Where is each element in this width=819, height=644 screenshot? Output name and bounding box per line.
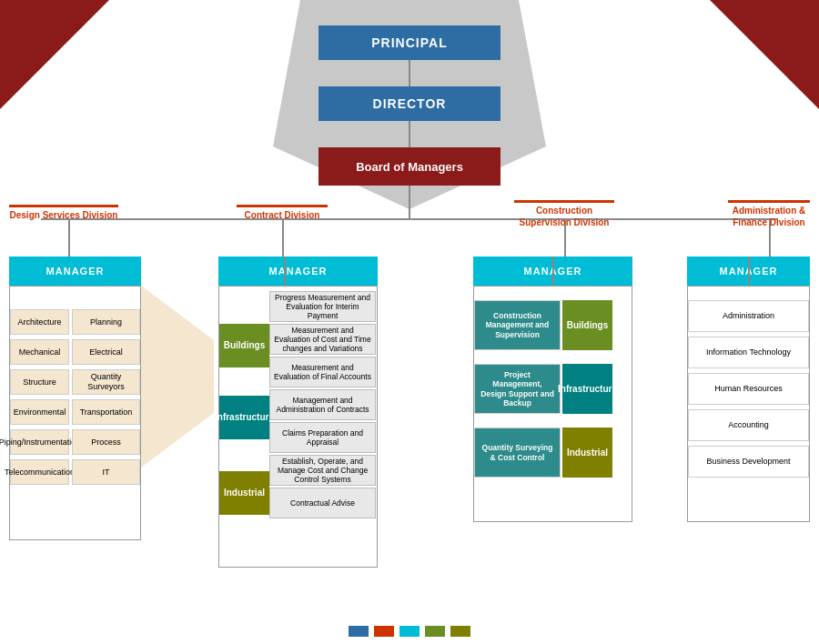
contract-item-1: Progress Measurement and Evaluation for …: [269, 291, 376, 322]
top-left-decoration: [0, 0, 109, 109]
design-item-struct: Structure: [10, 369, 69, 395]
legend-item-2: [374, 626, 394, 637]
design-item-trans: Transportation: [72, 399, 140, 425]
connector-d-b: [409, 121, 410, 147]
v-connector-construction: [552, 257, 554, 286]
principal-box: PRINCIPAL: [318, 25, 500, 60]
legend-item-4: [425, 626, 445, 637]
connector-board-h: [409, 186, 410, 218]
legend-bar: [349, 626, 470, 637]
director-label: DIRECTOR: [373, 96, 447, 111]
admin-item-1: Administration: [688, 300, 809, 332]
construction-buildings: Buildings: [562, 300, 612, 350]
admin-division-label: Administration &Finance Division: [728, 200, 810, 228]
design-item-it: IT: [72, 459, 140, 485]
design-item-arch: Architecture: [10, 309, 69, 335]
legend-color-4: [425, 626, 445, 637]
contract-item-4: Management and Administration of Contrac…: [269, 389, 376, 420]
contract-item-6: Establish, Operate, and Manage Cost and …: [269, 455, 376, 486]
contract-industrial: Industrial: [219, 471, 269, 515]
construction-division-label: ConstructionSupervision Division: [514, 200, 614, 228]
admin-item-5: Business Development: [688, 446, 809, 478]
design-item-mech: Mechanical: [10, 339, 69, 365]
design-manager-label: MANAGER: [46, 266, 105, 277]
director-box: DIRECTOR: [318, 86, 500, 121]
design-item-elec: Electrical: [72, 339, 140, 365]
contract-division-label: Contract Division: [237, 205, 328, 221]
board-label: Board of Managers: [356, 160, 463, 174]
v-contract: [282, 218, 284, 257]
v-connector-admin: [748, 257, 750, 286]
org-chart: PRINCIPAL DIRECTOR Board of Managers Des…: [0, 0, 819, 644]
construction-item-1: Construction Management and Supervision: [474, 300, 561, 350]
design-decoration: [141, 286, 214, 468]
contract-manager-label: MANAGER: [269, 266, 328, 277]
admin-item-2: Information Technology: [688, 337, 809, 368]
construction-infrastructure: Infrastructure: [562, 364, 612, 414]
design-item-qty: Quantity Surveyors: [72, 369, 140, 395]
construction-item-2: Project Management, Design Support and B…: [474, 364, 561, 414]
top-right-decoration: [710, 0, 819, 109]
v-design: [68, 218, 70, 257]
principal-label: PRINCIPAL: [371, 35, 447, 50]
contract-item-5: Claims Preparation and Appraisal: [269, 422, 376, 453]
contract-manager-box: MANAGER: [218, 257, 378, 286]
main-h-line: [41, 218, 778, 220]
legend-item-3: [399, 626, 420, 637]
design-item-telecom: Telecommunication: [10, 459, 69, 485]
contract-item-3: Measurement and Evaluation of Final Acco…: [269, 357, 376, 387]
contract-buildings: Buildings: [219, 324, 269, 367]
legend-item-5: [450, 626, 470, 637]
admin-item-4: Accounting: [688, 409, 809, 441]
design-manager-box: MANAGER: [9, 257, 141, 286]
legend-color-1: [349, 626, 369, 637]
board-box: Board of Managers: [318, 147, 500, 186]
admin-item-3: Human Resources: [688, 373, 809, 405]
design-division-label: Design Services Division: [9, 205, 118, 221]
design-item-proc: Process: [72, 429, 140, 455]
contract-item-2: Measurement and Evaluation of Cost and T…: [269, 324, 376, 355]
legend-color-2: [374, 626, 394, 637]
v-connector-contract: [284, 257, 286, 286]
construction-industrial: Industrial: [562, 428, 612, 478]
contract-item-7: Contractual Advise: [269, 488, 376, 518]
construction-item-3: Quantity Surveying & Cost Control: [474, 428, 561, 478]
design-item-plan: Planning: [72, 309, 140, 335]
design-item-pipe: Piping/Instrumentation: [10, 429, 69, 455]
legend-color-5: [450, 626, 470, 637]
legend-color-3: [399, 626, 420, 637]
legend-item-1: [349, 626, 369, 637]
design-item-env: Environmental: [10, 399, 69, 425]
connector-p-d: [409, 60, 410, 86]
contract-infrastructure: Infrastructure: [219, 396, 269, 439]
